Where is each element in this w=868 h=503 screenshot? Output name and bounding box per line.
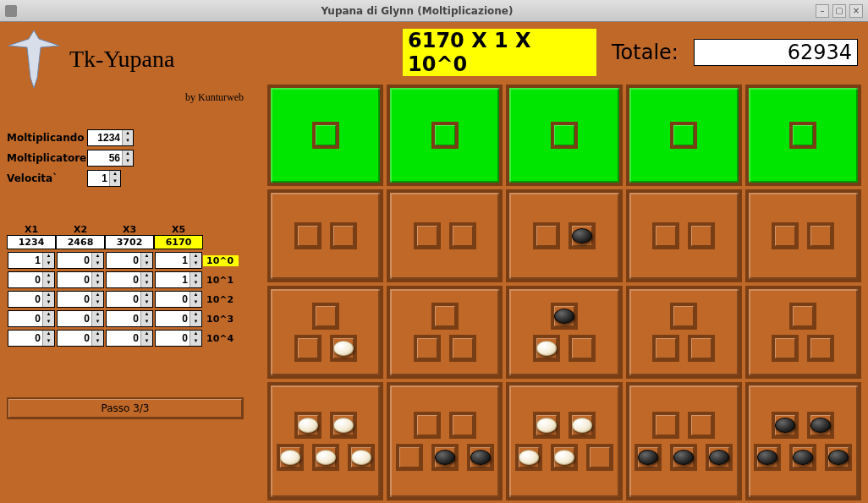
slot[interactable] xyxy=(670,303,697,330)
slot[interactable] xyxy=(330,412,357,439)
slot[interactable] xyxy=(688,412,715,439)
down-icon[interactable]: ▾ xyxy=(190,280,201,287)
slot[interactable] xyxy=(688,335,715,362)
slot[interactable] xyxy=(652,222,679,249)
power-input[interactable] xyxy=(156,274,190,286)
slot[interactable] xyxy=(772,412,799,439)
slot[interactable] xyxy=(569,335,596,362)
moltiplicando-stepper[interactable]: ▴▾ xyxy=(87,129,134,146)
slot[interactable] xyxy=(772,222,799,249)
power-input[interactable] xyxy=(58,274,91,286)
slot[interactable] xyxy=(312,122,339,149)
moltiplicando-input[interactable] xyxy=(88,132,122,144)
down-icon[interactable]: ▾ xyxy=(91,260,103,268)
slot[interactable] xyxy=(569,222,596,249)
slot[interactable] xyxy=(431,122,459,149)
slot[interactable] xyxy=(312,303,339,330)
slot[interactable] xyxy=(330,222,357,249)
slot[interactable] xyxy=(807,412,834,439)
slot[interactable] xyxy=(467,444,494,471)
power-stepper[interactable]: ▴▾ xyxy=(106,252,153,269)
slot[interactable] xyxy=(533,222,560,249)
slot[interactable] xyxy=(414,222,441,249)
power-stepper[interactable]: ▴▾ xyxy=(57,330,104,347)
power-input[interactable] xyxy=(8,313,42,325)
power-stepper[interactable]: ▴▾ xyxy=(106,330,153,347)
power-input[interactable] xyxy=(107,254,140,266)
slot[interactable] xyxy=(670,444,697,471)
down-icon[interactable]: ▾ xyxy=(91,299,103,307)
power-input[interactable] xyxy=(156,254,190,266)
down-icon[interactable]: ▾ xyxy=(91,338,103,346)
power-stepper[interactable]: ▴▾ xyxy=(57,291,104,308)
down-icon[interactable]: ▾ xyxy=(140,338,152,346)
power-input[interactable] xyxy=(156,293,190,305)
slot[interactable] xyxy=(533,412,560,439)
slot[interactable] xyxy=(754,444,781,471)
slot[interactable] xyxy=(277,444,304,471)
power-input[interactable] xyxy=(8,293,42,305)
power-stepper[interactable]: ▴▾ xyxy=(106,291,153,308)
power-stepper[interactable]: ▴▾ xyxy=(8,310,55,327)
down-icon[interactable]: ▾ xyxy=(190,338,201,346)
power-input[interactable] xyxy=(8,254,42,266)
power-input[interactable] xyxy=(8,332,42,344)
slot[interactable] xyxy=(431,303,459,330)
passo-button[interactable]: Passo 3/3 xyxy=(7,397,244,419)
power-input[interactable] xyxy=(107,313,140,325)
power-stepper[interactable]: ▴▾ xyxy=(8,330,55,347)
power-input[interactable] xyxy=(107,293,140,305)
down-icon[interactable]: ▾ xyxy=(91,280,103,287)
velocita-input[interactable] xyxy=(88,172,109,184)
slot[interactable] xyxy=(789,303,816,330)
down-icon[interactable]: ▾ xyxy=(42,319,54,326)
power-stepper[interactable]: ▴▾ xyxy=(155,291,202,308)
down-icon[interactable]: ▾ xyxy=(42,260,54,268)
slot[interactable] xyxy=(772,335,799,362)
slot[interactable] xyxy=(449,222,476,249)
down-icon[interactable]: ▾ xyxy=(91,319,103,326)
power-stepper[interactable]: ▴▾ xyxy=(57,271,104,288)
slot[interactable] xyxy=(635,444,662,471)
down-icon[interactable]: ▾ xyxy=(122,138,133,145)
slot[interactable] xyxy=(652,335,679,362)
power-stepper[interactable]: ▴▾ xyxy=(57,310,104,327)
power-input[interactable] xyxy=(8,274,42,286)
slot[interactable] xyxy=(551,303,578,330)
slot[interactable] xyxy=(670,122,697,149)
slot[interactable] xyxy=(789,444,816,471)
slot[interactable] xyxy=(533,335,560,362)
slot[interactable] xyxy=(294,335,321,362)
power-stepper[interactable]: ▴▾ xyxy=(8,271,55,288)
down-icon[interactable]: ▾ xyxy=(109,178,120,186)
down-icon[interactable]: ▾ xyxy=(42,299,54,307)
power-input[interactable] xyxy=(58,254,91,266)
power-stepper[interactable]: ▴▾ xyxy=(155,310,202,327)
down-icon[interactable]: ▾ xyxy=(190,319,201,326)
slot[interactable] xyxy=(706,444,733,471)
down-icon[interactable]: ▾ xyxy=(122,158,133,166)
slot[interactable] xyxy=(825,444,852,471)
slot[interactable] xyxy=(449,335,476,362)
power-stepper[interactable]: ▴▾ xyxy=(106,310,153,327)
slot[interactable] xyxy=(348,444,375,471)
slot[interactable] xyxy=(431,444,459,471)
moltiplicatore-stepper[interactable]: ▴▾ xyxy=(87,150,134,167)
slot[interactable] xyxy=(414,412,441,439)
power-input[interactable] xyxy=(156,313,190,325)
down-icon[interactable]: ▾ xyxy=(140,280,152,287)
slot[interactable] xyxy=(515,444,542,471)
power-stepper[interactable]: ▴▾ xyxy=(57,252,104,269)
power-input[interactable] xyxy=(58,313,91,325)
power-stepper[interactable]: ▴▾ xyxy=(155,271,202,288)
maximize-button[interactable]: ▢ xyxy=(832,4,846,18)
slot[interactable] xyxy=(294,412,321,439)
power-stepper[interactable]: ▴▾ xyxy=(8,252,55,269)
slot[interactable] xyxy=(569,412,596,439)
slot[interactable] xyxy=(396,444,423,471)
down-icon[interactable]: ▾ xyxy=(140,299,152,307)
power-input[interactable] xyxy=(58,332,91,344)
slot[interactable] xyxy=(551,444,578,471)
slot[interactable] xyxy=(551,122,578,149)
down-icon[interactable]: ▾ xyxy=(140,319,152,326)
